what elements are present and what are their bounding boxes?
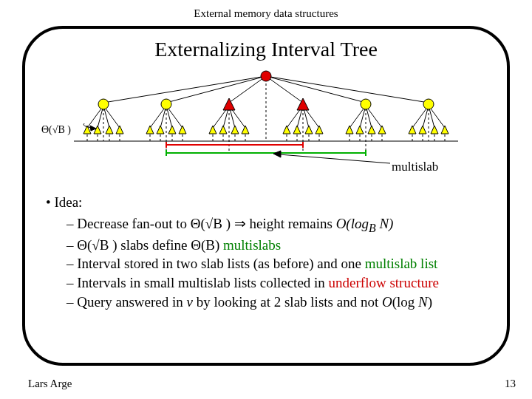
b5-text-f: ) <box>428 294 432 310</box>
svg-marker-77 <box>209 126 216 134</box>
subbullet-2: – Θ(√B ) slabs define Θ(B) multislabs <box>66 236 486 255</box>
b2-text-a: slabs define <box>117 237 191 253</box>
b1-formula-1: Θ(√B ) <box>191 216 231 231</box>
b2-formula-1: Θ(√B ) <box>77 237 117 253</box>
svg-point-63 <box>98 99 109 109</box>
svg-marker-78 <box>219 126 227 134</box>
b1-formula-2b: B <box>369 221 376 233</box>
svg-marker-87 <box>368 126 375 134</box>
svg-point-64 <box>161 99 171 109</box>
tree-diagram: Θ(√B ) <box>37 67 495 171</box>
b2-text-b: multislabs <box>219 237 281 253</box>
b5-O: O <box>382 294 392 310</box>
svg-line-34 <box>266 76 303 103</box>
svg-marker-92 <box>441 126 449 134</box>
slide-header: External memory data structures <box>0 0 532 24</box>
b1-text-b: height remains <box>250 216 336 231</box>
b5-text-a: Query answered in <box>77 294 186 310</box>
multislab-label: multislab <box>392 160 438 174</box>
svg-marker-72 <box>116 126 123 134</box>
svg-marker-73 <box>146 126 154 134</box>
svg-marker-88 <box>378 126 386 134</box>
svg-marker-89 <box>409 126 416 134</box>
subbullet-4: – Intervals in small multislab lists col… <box>66 273 486 293</box>
svg-marker-84 <box>316 126 323 134</box>
bullet-idea: • Idea: <box>46 193 486 212</box>
b1-formula-2a: O(log <box>336 216 369 231</box>
svg-point-62 <box>261 71 271 81</box>
subbullet-5: – Query answered in v by looking at 2 sl… <box>66 293 486 312</box>
slide-frame: Externalizing Interval Tree Θ(√B ) <box>22 26 510 366</box>
idea-text: Idea: <box>54 194 82 210</box>
b5-v: v <box>187 294 193 310</box>
svg-marker-80 <box>242 126 249 134</box>
svg-marker-70 <box>94 126 101 134</box>
content-block: • Idea: – Decrease fan-out to Θ(√B ) ⇒ h… <box>46 193 486 311</box>
svg-marker-79 <box>231 126 239 134</box>
subbullet-3: – Interval stored in two slab lists (as … <box>66 254 486 273</box>
b3-text-a: Interval stored in two slab lists (as be… <box>77 256 364 271</box>
svg-marker-71 <box>106 126 113 134</box>
b4-text-a: Intervals in small multislab lists colle… <box>77 275 328 290</box>
b1-arrow: ⇒ <box>231 216 250 231</box>
svg-marker-81 <box>283 126 290 134</box>
subbullet-1: – Decrease fan-out to Θ(√B ) ⇒ height re… <box>66 214 486 236</box>
svg-marker-83 <box>305 126 313 134</box>
b5-N: N <box>418 294 428 310</box>
slide-title: Externalizing Interval Tree <box>25 38 507 61</box>
svg-marker-82 <box>293 126 301 134</box>
svg-marker-91 <box>431 126 438 134</box>
svg-line-99 <box>279 154 390 163</box>
svg-point-67 <box>361 99 371 109</box>
svg-line-33 <box>229 76 266 103</box>
svg-marker-85 <box>346 126 353 134</box>
svg-marker-74 <box>157 126 164 134</box>
b1-formula-2c: N) <box>376 216 394 231</box>
footer-page-number: 13 <box>505 378 516 390</box>
svg-line-31 <box>103 76 266 103</box>
svg-line-35 <box>266 76 366 103</box>
svg-marker-90 <box>419 126 426 134</box>
b4-text-b: underflow structure <box>329 275 439 290</box>
svg-marker-86 <box>356 126 364 134</box>
b5-text-b: by looking at 2 slab lists and not <box>193 294 382 310</box>
b5-text-d: (log <box>392 294 418 310</box>
svg-marker-76 <box>179 126 186 134</box>
svg-line-36 <box>266 76 429 103</box>
b2-formula-2: Θ(B) <box>191 237 219 253</box>
footer-author: Lars Arge <box>28 378 72 390</box>
svg-line-32 <box>166 76 266 103</box>
svg-marker-75 <box>168 126 176 134</box>
b3-text-b: multislab list <box>365 256 438 271</box>
svg-marker-100 <box>273 151 281 157</box>
b1-text-a: Decrease fan-out to <box>77 216 191 231</box>
svg-point-68 <box>423 99 434 109</box>
